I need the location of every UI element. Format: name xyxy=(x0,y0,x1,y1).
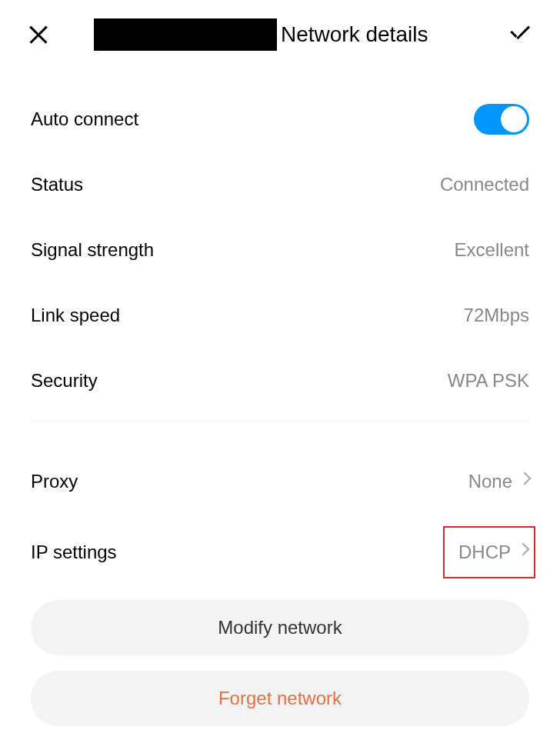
security-row: Security WPA PSK xyxy=(31,348,529,413)
proxy-label: Proxy xyxy=(31,471,78,492)
signal-strength-label: Signal strength xyxy=(31,239,154,261)
page-title: Network details xyxy=(281,22,428,47)
confirm-icon[interactable] xyxy=(508,25,533,44)
settings-list: Auto connect Status Connected Signal str… xyxy=(0,86,560,591)
signal-strength-value: Excellent xyxy=(455,239,529,261)
security-label: Security xyxy=(31,370,98,392)
header: Network details xyxy=(0,0,560,69)
security-value: WPA PSK xyxy=(448,370,529,392)
close-icon[interactable] xyxy=(27,23,50,46)
button-group: Modify network Forget network xyxy=(0,591,560,726)
link-speed-row: Link speed 72Mbps xyxy=(31,282,529,348)
proxy-value-wrapper: None xyxy=(468,471,529,492)
link-speed-value: 72Mbps xyxy=(464,305,529,326)
forget-network-button[interactable]: Forget network xyxy=(31,671,529,726)
ip-settings-row[interactable]: IP settings DHCP xyxy=(31,514,529,591)
chevron-right-icon xyxy=(518,545,528,560)
modify-network-button[interactable]: Modify network xyxy=(31,600,529,655)
divider xyxy=(31,421,529,422)
link-speed-label: Link speed xyxy=(31,305,120,326)
chevron-right-icon xyxy=(520,474,529,489)
redacted-network-name xyxy=(94,18,277,51)
ip-settings-highlight: DHCP xyxy=(443,526,535,578)
ip-settings-label: IP settings xyxy=(31,542,117,563)
status-label: Status xyxy=(31,174,83,195)
auto-connect-label: Auto connect xyxy=(31,108,138,130)
status-row: Status Connected xyxy=(31,152,529,217)
auto-connect-row: Auto connect xyxy=(31,86,529,152)
signal-strength-row: Signal strength Excellent xyxy=(31,217,529,282)
proxy-row[interactable]: Proxy None xyxy=(31,448,529,514)
ip-settings-value: DHCP xyxy=(458,542,511,563)
proxy-value: None xyxy=(468,471,512,492)
status-value: Connected xyxy=(440,174,529,195)
auto-connect-toggle[interactable] xyxy=(474,104,529,135)
